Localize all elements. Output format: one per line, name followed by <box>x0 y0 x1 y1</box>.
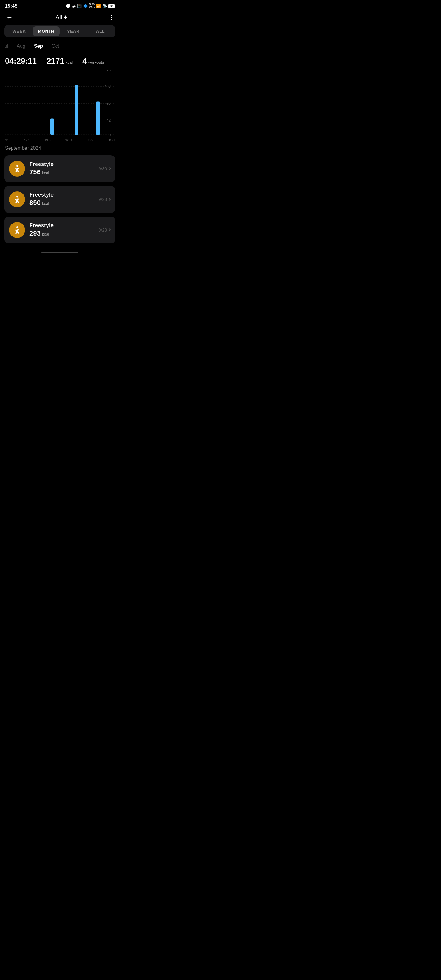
stat-workouts: 4 workouts <box>83 56 104 66</box>
wifi-icon: 📡 <box>102 4 107 8</box>
workout-card-3[interactable]: Freestyle 293 kcal 9/23 <box>4 216 115 243</box>
header: ← All <box>0 11 119 25</box>
kcal-unit: kcal <box>65 60 73 65</box>
workout-kcal-row-2: 850 kcal <box>29 199 94 207</box>
signal-icon: 📶 <box>96 4 101 8</box>
vibrate-icon: 📳 <box>77 4 82 8</box>
svg-point-15 <box>16 226 18 228</box>
svg-rect-11 <box>75 84 78 135</box>
section-title: September 2024 <box>0 143 119 155</box>
status-bar: 15:45 💬 ◉ 📳 🔷 5.80 KB/s 📶 📡 98 <box>0 0 119 11</box>
workout-kcal-unit-1: kcal <box>42 170 49 175</box>
workout-date-value-1: 9/30 <box>99 166 107 171</box>
workout-icon-1 <box>9 161 25 177</box>
freestyle-icon-2 <box>13 195 21 204</box>
bottom-bar <box>41 252 78 253</box>
data-speed: 5.80 KB/s <box>89 3 95 9</box>
workout-info-1: Freestyle 756 kcal <box>29 161 94 176</box>
workout-card-2[interactable]: Freestyle 850 kcal 9/23 <box>4 186 115 213</box>
freestyle-icon-1 <box>13 164 21 173</box>
svg-text:85: 85 <box>107 102 111 106</box>
svg-text:42: 42 <box>107 119 111 123</box>
stat-kcal: 2171 kcal <box>46 56 73 66</box>
chevron-right-icon-3 <box>108 229 111 232</box>
bluetooth-icon: 🔷 <box>83 4 88 8</box>
duration-value: 04:29:11 <box>5 56 37 66</box>
workout-date-3: 9/23 <box>99 228 110 232</box>
workout-icon-2 <box>9 191 25 207</box>
workout-kcal-1: 756 <box>29 168 41 176</box>
workout-date-value-3: 9/23 <box>99 228 107 232</box>
x-label-913: 9/13 <box>44 138 50 142</box>
svg-rect-10 <box>50 118 54 135</box>
chevron-right-icon-2 <box>108 198 111 201</box>
workout-date-2: 9/23 <box>99 197 110 202</box>
chart-x-labels: 9/1 9/7 9/13 9/19 9/25 9/30 <box>5 137 115 142</box>
month-scroll: ul Aug Sep Oct <box>0 43 119 56</box>
stats-row: 04:29:11 2171 kcal 4 workouts <box>0 56 119 70</box>
workout-date-1: 9/30 <box>99 166 110 171</box>
workout-kcal-3: 293 <box>29 229 41 237</box>
tab-all[interactable]: ALL <box>87 26 114 36</box>
more-button[interactable] <box>110 13 113 21</box>
dot1 <box>111 15 112 16</box>
bixby-icon: ◉ <box>72 4 76 9</box>
x-label-919: 9/19 <box>65 138 72 142</box>
workout-kcal-unit-3: kcal <box>42 232 49 236</box>
svg-point-13 <box>16 165 18 167</box>
workout-info-2: Freestyle 850 kcal <box>29 192 94 207</box>
month-oct[interactable]: Oct <box>51 43 59 49</box>
x-label-97: 9/7 <box>24 138 29 142</box>
svg-text:127: 127 <box>105 85 111 89</box>
svg-point-14 <box>16 196 18 197</box>
workout-icon-3 <box>9 222 25 238</box>
svg-rect-12 <box>96 101 100 135</box>
status-icons: 💬 ◉ 📳 🔷 5.80 KB/s 📶 📡 98 <box>65 3 115 9</box>
workout-name-3: Freestyle <box>29 222 94 229</box>
x-label-925: 9/25 <box>87 138 93 142</box>
dot3 <box>111 19 112 20</box>
x-label-91: 9/1 <box>5 138 10 142</box>
chart-container: 170 127 85 42 0 9/1 9/7 9/13 9/19 9/25 9… <box>0 70 119 137</box>
workout-kcal-row-3: 293 kcal <box>29 229 94 237</box>
workout-kcal-unit-2: kcal <box>42 201 49 206</box>
back-button[interactable]: ← <box>6 13 13 21</box>
month-sep[interactable]: Sep <box>34 43 43 49</box>
status-time: 15:45 <box>5 3 18 9</box>
kcal-value: 2171 <box>46 56 64 66</box>
chart-inner: 170 127 85 42 0 <box>5 70 115 137</box>
x-label-930: 9/30 <box>108 138 115 142</box>
workouts-value: 4 <box>83 56 87 66</box>
tab-week[interactable]: WEEK <box>5 26 33 36</box>
workout-name-1: Freestyle <box>29 161 94 167</box>
tab-year[interactable]: YEAR <box>60 26 87 36</box>
chart-svg: 170 127 85 42 0 <box>5 70 115 137</box>
workout-kcal-row-1: 756 kcal <box>29 168 94 176</box>
freestyle-icon-3 <box>13 226 21 234</box>
workout-kcal-2: 850 <box>29 199 41 207</box>
header-title[interactable]: All <box>56 14 67 21</box>
workout-date-value-2: 9/23 <box>99 197 107 202</box>
stat-duration: 04:29:11 <box>5 56 37 66</box>
messenger-icon: 💬 <box>65 4 71 9</box>
month-aug[interactable]: Aug <box>16 43 25 49</box>
workouts-unit: workouts <box>88 60 104 65</box>
tab-bar: WEEK MONTH YEAR ALL <box>4 25 115 37</box>
svg-text:170: 170 <box>105 70 111 72</box>
workout-name-2: Freestyle <box>29 192 94 198</box>
dot2 <box>111 17 112 18</box>
battery: 98 <box>108 4 115 8</box>
bottom-indicator <box>0 247 119 258</box>
all-label: All <box>56 14 62 21</box>
sort-chevron-icon <box>64 15 67 19</box>
svg-text:0: 0 <box>109 133 111 137</box>
chevron-right-icon-1 <box>108 167 111 170</box>
tab-month[interactable]: MONTH <box>33 26 60 36</box>
workout-info-3: Freestyle 293 kcal <box>29 222 94 237</box>
workout-card-1[interactable]: Freestyle 756 kcal 9/30 <box>4 155 115 182</box>
month-jul[interactable]: ul <box>4 43 8 49</box>
